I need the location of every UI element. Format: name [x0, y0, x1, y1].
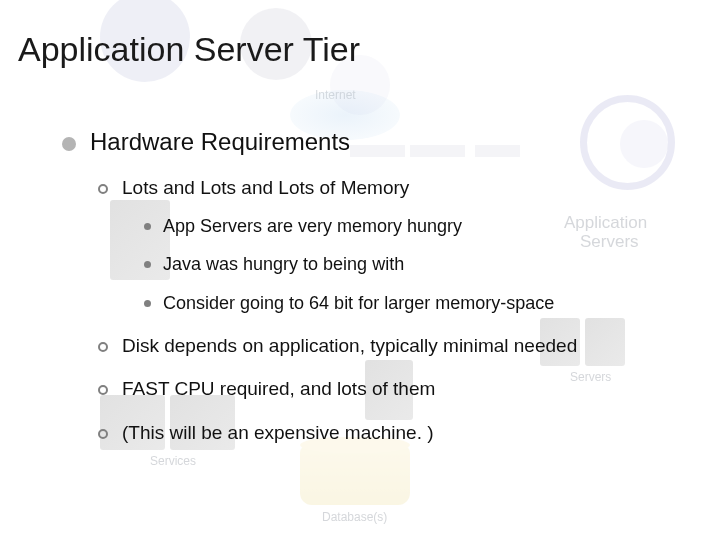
- bullet-lvl2: Disk depends on application, typically m…: [98, 332, 700, 360]
- slide: Internet Application Servers Servers Ser…: [0, 0, 720, 540]
- memory-detail-3: Consider going to 64 bit for larger memo…: [163, 293, 554, 313]
- small-disc-bullet-icon: [144, 300, 151, 307]
- memory-detail-2: Java was hungry to being with: [163, 254, 404, 274]
- ring-bullet-icon: [98, 342, 108, 352]
- bullet-lvl2: Lots and Lots and Lots of Memory: [98, 174, 700, 202]
- bg-services-label: Services: [150, 454, 196, 468]
- subpoint-cost: (This will be an expensive machine. ): [122, 422, 434, 443]
- bullet-lvl3: Consider going to 64 bit for larger memo…: [144, 290, 700, 316]
- bullet-lvl2: (This will be an expensive machine. ): [98, 419, 700, 447]
- ring-bullet-icon: [98, 385, 108, 395]
- section-heading: Hardware Requirements: [90, 128, 350, 155]
- bg-databases-label: Database(s): [322, 510, 387, 524]
- small-disc-bullet-icon: [144, 223, 151, 230]
- bullet-lvl1: Hardware Requirements: [62, 125, 700, 160]
- subpoint-disk: Disk depends on application, typically m…: [122, 335, 577, 356]
- slide-title: Application Server Tier: [18, 30, 360, 69]
- ring-bullet-icon: [98, 184, 108, 194]
- small-disc-bullet-icon: [144, 261, 151, 268]
- bullet-lvl3: Java was hungry to being with: [144, 251, 700, 277]
- bg-database: [300, 445, 410, 505]
- ring-bullet-icon: [98, 429, 108, 439]
- slide-body: Hardware Requirements Lots and Lots and …: [62, 125, 700, 452]
- subpoint-memory: Lots and Lots and Lots of Memory: [122, 177, 409, 198]
- memory-detail-1: App Servers are very memory hungry: [163, 216, 462, 236]
- bullet-lvl3: App Servers are very memory hungry: [144, 213, 700, 239]
- bullet-lvl2: FAST CPU required, and lots of them: [98, 375, 700, 403]
- subpoint-cpu: FAST CPU required, and lots of them: [122, 378, 435, 399]
- bg-internet-label: Internet: [315, 88, 356, 102]
- disc-bullet-icon: [62, 137, 76, 151]
